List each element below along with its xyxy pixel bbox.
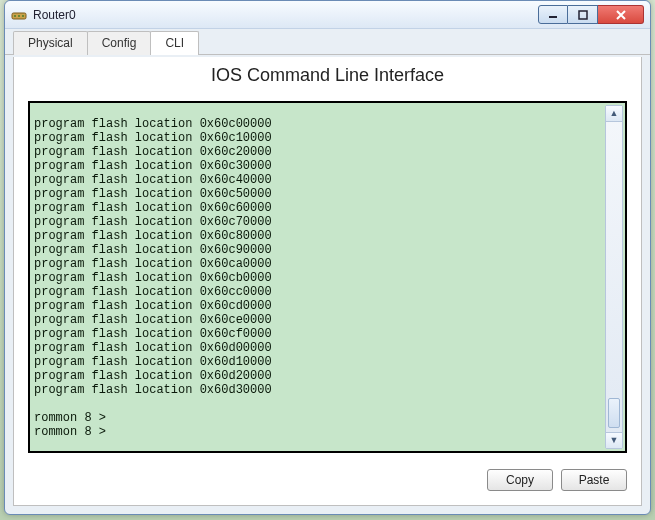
scroll-thumb[interactable]: [608, 398, 620, 428]
svg-point-2: [18, 15, 20, 17]
app-icon: [11, 7, 27, 23]
cli-heading: IOS Command Line Interface: [14, 57, 641, 94]
client-area: IOS Command Line Interface program flash…: [13, 57, 642, 506]
window-title: Router0: [33, 8, 538, 22]
tab-cli[interactable]: CLI: [150, 31, 199, 55]
terminal[interactable]: program flash location 0x60c00000 progra…: [28, 101, 627, 453]
copy-button[interactable]: Copy: [487, 469, 553, 491]
paste-button[interactable]: Paste: [561, 469, 627, 491]
maximize-button[interactable]: [568, 5, 598, 24]
tab-physical[interactable]: Physical: [13, 31, 88, 55]
scroll-down-button[interactable]: ▼: [606, 432, 622, 448]
button-row: Copy Paste: [487, 469, 627, 491]
chevron-up-icon: ▲: [610, 109, 619, 118]
titlebar[interactable]: Router0: [5, 1, 650, 29]
app-window: Router0 Physical Config CLI IOS Command …: [4, 0, 651, 515]
close-button[interactable]: [598, 5, 644, 24]
tabstrip: Physical Config CLI: [5, 29, 650, 55]
scroll-up-button[interactable]: ▲: [606, 106, 622, 122]
svg-point-3: [22, 15, 24, 17]
tab-config[interactable]: Config: [87, 31, 152, 55]
terminal-output[interactable]: program flash location 0x60c00000 progra…: [30, 115, 625, 439]
chevron-down-icon: ▼: [610, 436, 619, 445]
vertical-scrollbar[interactable]: ▲ ▼: [605, 105, 623, 449]
window-buttons: [538, 5, 644, 24]
svg-point-1: [14, 15, 16, 17]
minimize-button[interactable]: [538, 5, 568, 24]
svg-rect-5: [579, 11, 587, 19]
